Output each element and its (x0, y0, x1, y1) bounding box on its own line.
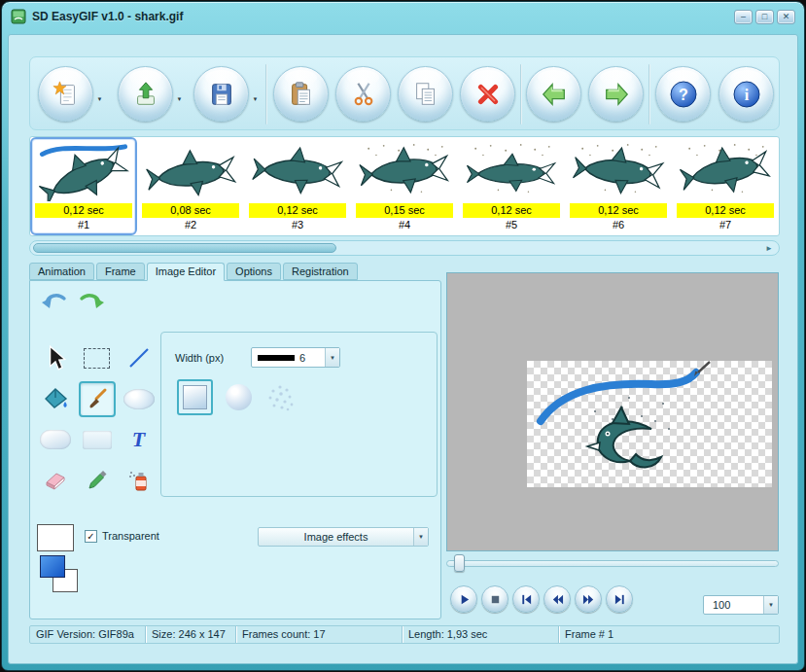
frame-item-6[interactable]: 0,12 sec #6 (565, 137, 672, 235)
save-icon (207, 80, 236, 109)
fast-forward-button[interactable] (575, 585, 602, 613)
forward-button[interactable] (588, 66, 644, 122)
frame-thumbnail (246, 139, 349, 203)
image-effects-label: Image effects (259, 531, 413, 543)
frame-item-7[interactable]: 0,12 sec #7 (672, 137, 779, 235)
transparent-color-swatch[interactable] (37, 524, 74, 551)
redo-button[interactable] (77, 289, 106, 316)
help-icon: ? (668, 79, 699, 110)
first-frame-button[interactable] (512, 585, 540, 613)
title-bar: SD EasyGIF v1.0 - shark.gif – □ ✕ (2, 2, 804, 31)
zoom-dropdown[interactable]: 100 ▼ (703, 595, 779, 615)
color-picker-tool-button[interactable] (76, 460, 118, 501)
toolbar-separator (648, 64, 650, 124)
rect-tool-button[interactable] (76, 419, 118, 460)
pointer-tool-button[interactable] (34, 337, 76, 378)
shark-graphic (587, 407, 661, 467)
image-effects-dropdown-arrow[interactable]: ▼ (413, 528, 428, 546)
slider-track[interactable] (446, 560, 779, 567)
brush-shape-square-button[interactable] (177, 379, 213, 415)
square-brush-icon (183, 385, 207, 409)
transparent-checkbox[interactable]: ✓ (85, 530, 97, 543)
selection-tool-button[interactable] (76, 337, 118, 378)
client-area: ▼ ▼ ▼ (8, 34, 798, 664)
frame-item-2[interactable]: 0,08 sec #2 (137, 137, 244, 235)
last-frame-button[interactable] (606, 585, 633, 613)
tab-frame[interactable]: Frame (96, 263, 145, 280)
rewind-button[interactable] (543, 585, 571, 613)
new-button[interactable] (38, 66, 93, 122)
save-dropdown-arrow[interactable]: ▼ (250, 96, 261, 102)
spray-can-icon (126, 468, 152, 493)
frame-item-5[interactable]: 0,12 sec #5 (458, 137, 565, 235)
copy-button[interactable] (398, 66, 453, 122)
info-button[interactable]: i (718, 66, 774, 122)
stop-button[interactable] (481, 585, 508, 613)
checkmark-icon: ✓ (87, 531, 94, 542)
undo-button[interactable] (40, 289, 69, 316)
rect-icon (83, 431, 112, 449)
line-tool-button[interactable] (118, 337, 159, 378)
save-button[interactable] (193, 66, 249, 122)
rounded-rect-tool-button[interactable] (34, 419, 76, 460)
slider-thumb[interactable] (454, 554, 465, 572)
frame-item-4[interactable]: 0,15 sec #4 (351, 137, 458, 235)
frame-strip: 0,12 sec #1 0,08 sec #2 0,12 sec #3 (29, 136, 780, 236)
svg-text:i: i (744, 87, 749, 103)
frame-duration-label: 0,15 sec (356, 203, 453, 218)
open-button[interactable] (118, 66, 173, 122)
fill-tool-button[interactable] (34, 378, 76, 419)
ellipse-icon (123, 389, 155, 409)
foreground-color-swatch[interactable] (40, 555, 65, 578)
selection-marquee-icon (84, 348, 110, 369)
frame-strip-scrollbar[interactable]: ► (29, 240, 780, 256)
line-width-preview (258, 355, 295, 361)
image-effects-button[interactable]: Image effects ▼ (258, 527, 429, 547)
color-selector (40, 555, 102, 602)
tab-options[interactable]: Options (227, 263, 281, 280)
frame-item-3[interactable]: 0,12 sec #3 (244, 137, 351, 235)
brush-icon (85, 386, 110, 411)
image-editor-panel: T (29, 280, 441, 619)
zoom-dropdown-arrow[interactable]: ▼ (763, 596, 778, 614)
minimize-button[interactable]: – (734, 10, 753, 24)
close-button[interactable]: ✕ (777, 10, 795, 24)
preview-canvas[interactable] (527, 361, 772, 487)
tab-animation[interactable]: Animation (29, 263, 94, 280)
transparent-label: Transparent (102, 530, 159, 542)
text-tool-button[interactable]: T (118, 419, 159, 460)
back-button[interactable] (526, 66, 581, 122)
zoom-value: 100 (704, 599, 763, 611)
brush-shape-round-button[interactable] (226, 384, 252, 410)
new-dropdown-arrow[interactable]: ▼ (94, 96, 105, 102)
window-controls: – □ ✕ (734, 10, 795, 24)
back-arrow-icon (540, 80, 569, 109)
main-toolbar: ▼ ▼ ▼ (29, 56, 780, 130)
width-dropdown[interactable]: 6 ▼ (251, 347, 340, 368)
cut-button[interactable] (335, 66, 391, 122)
new-file-icon (52, 80, 81, 109)
brush-tool-button[interactable] (76, 378, 118, 419)
scroll-right-icon[interactable]: ► (765, 244, 773, 253)
width-dropdown-arrow[interactable]: ▼ (325, 348, 339, 367)
frame-item-1[interactable]: 0,12 sec #1 (30, 137, 137, 235)
maximize-button[interactable]: □ (755, 10, 774, 24)
tab-image-editor[interactable]: Image Editor (147, 263, 225, 281)
frame-number-label: #3 (246, 218, 349, 233)
ellipse-tool-button[interactable] (118, 378, 159, 419)
frame-duration-label: 0,12 sec (677, 203, 774, 218)
help-button[interactable]: ? (655, 66, 711, 122)
play-button[interactable] (450, 585, 477, 613)
open-dropdown-arrow[interactable]: ▼ (174, 96, 185, 102)
tab-registration[interactable]: Registration (283, 263, 358, 280)
brush-shape-spray-button[interactable] (263, 381, 299, 413)
close-icon: ✕ (783, 11, 790, 22)
scrollbar-thumb[interactable] (33, 243, 336, 253)
delete-button[interactable] (460, 66, 515, 122)
eraser-tool-button[interactable] (34, 460, 76, 501)
text-tool-icon: T (132, 429, 145, 450)
paste-button[interactable] (273, 66, 329, 122)
spray-tool-button[interactable] (118, 460, 159, 501)
app-icon (11, 9, 26, 24)
frame-number-label: #4 (353, 218, 456, 233)
